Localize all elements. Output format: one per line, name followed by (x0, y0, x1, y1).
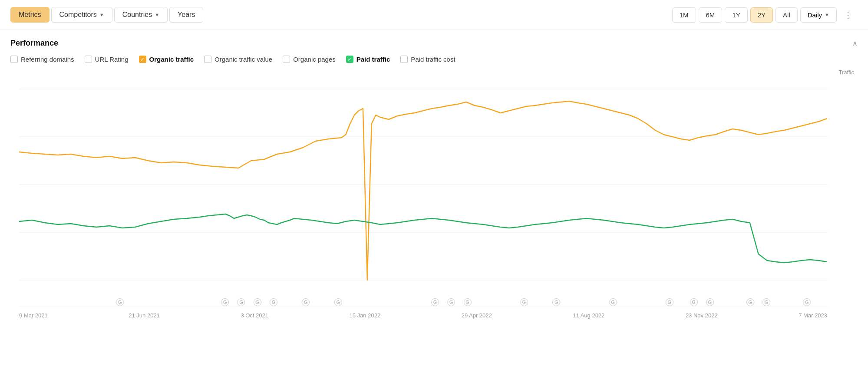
referring-domains-label: Referring domains (21, 56, 74, 63)
paid-traffic-cost-label: Paid traffic cost (411, 56, 455, 63)
x-label-1: 9 Mar 2021 (19, 312, 48, 319)
google-marker: G (609, 298, 617, 306)
google-marker: G (431, 298, 439, 306)
referring-domains-checkbox[interactable] (10, 56, 18, 63)
time-all-button[interactable]: All (776, 7, 798, 23)
google-marker: G (690, 298, 698, 306)
url-rating-checkbox[interactable] (85, 56, 92, 63)
metrics-button[interactable]: Metrics (10, 7, 50, 23)
section-title: Performance (10, 39, 58, 48)
metric-url-rating[interactable]: URL Rating (85, 56, 129, 63)
time-6m-button[interactable]: 6M (699, 7, 723, 23)
x-label-7: 23 Nov 2022 (686, 312, 718, 319)
paid-traffic-cost-checkbox[interactable] (400, 56, 408, 63)
period-dropdown[interactable]: Daily ▼ (800, 7, 837, 23)
google-marker: G (302, 298, 310, 306)
x-label-8: 7 Mar 2023 (799, 312, 827, 319)
google-markers-row: G G G G G G G G G G G G G G G G G G G (19, 297, 827, 310)
x-label-6: 11 Aug 2022 (573, 312, 604, 319)
time-1m-button[interactable]: 1M (672, 7, 696, 23)
time-1y-button[interactable]: 1Y (725, 7, 747, 23)
left-navigation: Metrics Competitors ▼ Countries ▼ Years (10, 7, 203, 23)
metric-organic-traffic[interactable]: ✓ Organic traffic (139, 56, 194, 63)
google-marker: G (762, 298, 770, 306)
url-rating-label: URL Rating (95, 56, 129, 63)
section-header: Performance ∧ (10, 39, 858, 48)
google-marker: G (803, 298, 811, 306)
traffic-axis-label: Traffic (839, 69, 854, 76)
metric-paid-traffic[interactable]: ✓ Paid traffic (346, 56, 390, 63)
google-marker: G (447, 298, 455, 306)
collapse-icon[interactable]: ∧ (852, 39, 858, 47)
x-label-5: 29 Apr 2022 (462, 312, 492, 319)
metric-organic-pages[interactable]: Organic pages (283, 56, 336, 63)
more-options-button[interactable]: ⋮ (839, 6, 858, 23)
google-marker: G (706, 298, 714, 306)
chart-area: Traffic 26M 19.5M 13M 6.5M 0 (10, 67, 858, 319)
organic-traffic-value-label: Organic traffic value (215, 56, 272, 63)
paid-traffic-label: Paid traffic (356, 56, 390, 63)
competitors-button[interactable]: Competitors ▼ (51, 7, 112, 23)
x-label-2: 21 Jun 2021 (129, 312, 160, 319)
google-marker: G (552, 298, 560, 306)
competitors-chevron-icon: ▼ (99, 12, 104, 17)
x-label-3: 3 Oct 2021 (241, 312, 268, 319)
period-chevron-icon: ▼ (825, 12, 829, 17)
google-marker: G (666, 298, 673, 306)
metric-organic-traffic-value[interactable]: Organic traffic value (204, 56, 272, 63)
organic-pages-label: Organic pages (293, 56, 336, 63)
years-button[interactable]: Years (169, 7, 203, 23)
metric-referring-domains[interactable]: Referring domains (10, 56, 74, 63)
google-marker: G (116, 298, 124, 306)
google-marker: G (520, 298, 528, 306)
organic-traffic-checkbox[interactable]: ✓ (139, 56, 146, 63)
metrics-row: Referring domains URL Rating ✓ Organic t… (10, 56, 858, 63)
organic-traffic-label: Organic traffic (149, 56, 194, 63)
google-marker: G (270, 298, 277, 306)
paid-traffic-checkbox[interactable]: ✓ (346, 56, 353, 63)
google-marker: G (254, 298, 261, 306)
time-2y-button[interactable]: 2Y (750, 7, 773, 23)
google-marker: G (464, 298, 472, 306)
right-navigation: 1M 6M 1Y 2Y All Daily ▼ ⋮ (672, 6, 858, 23)
top-bar: Metrics Competitors ▼ Countries ▼ Years … (0, 0, 868, 30)
organic-traffic-value-checkbox[interactable] (204, 56, 211, 63)
metric-paid-traffic-cost[interactable]: Paid traffic cost (400, 56, 455, 63)
countries-button[interactable]: Countries ▼ (114, 7, 168, 23)
google-marker: G (221, 298, 229, 306)
chart-svg: 26M 19.5M 13M 6.5M 0 (19, 67, 827, 310)
google-marker: G (746, 298, 754, 306)
countries-chevron-icon: ▼ (155, 12, 159, 17)
x-label-4: 15 Jan 2022 (350, 312, 381, 319)
performance-section: Performance ∧ Referring domains URL Rati… (0, 30, 868, 319)
google-marker: G (334, 298, 342, 306)
x-axis-labels: 9 Mar 2021 21 Jun 2021 3 Oct 2021 15 Jan… (19, 310, 827, 319)
organic-pages-checkbox[interactable] (283, 56, 290, 63)
google-marker: G (237, 298, 245, 306)
